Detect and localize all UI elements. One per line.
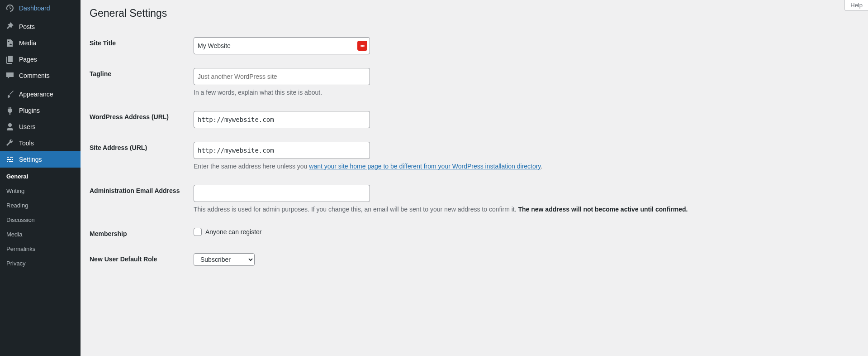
brush-icon	[5, 90, 14, 99]
admin-email-input[interactable]	[194, 185, 370, 202]
pin-icon	[5, 22, 14, 31]
sidebar-label: Plugins	[19, 106, 40, 115]
wp-url-input[interactable]	[194, 111, 370, 128]
wp-url-label: WordPress Address (URL)	[90, 104, 189, 135]
wrench-icon	[5, 139, 14, 148]
sidebar-item-plugins[interactable]: Plugins	[0, 102, 81, 119]
tagline-label: Tagline	[90, 61, 189, 104]
submenu-permalinks[interactable]: Permalinks	[0, 242, 81, 256]
settings-form: Site Title ••• Tagline In a few words, e…	[90, 30, 859, 273]
tagline-help: In a few words, explain what this site i…	[194, 88, 854, 97]
sidebar-item-appearance[interactable]: Appearance	[0, 86, 81, 102]
admin-sidebar: Dashboard Posts Media Pages Comments App…	[0, 0, 81, 273]
sidebar-item-settings[interactable]: Settings	[0, 151, 81, 168]
page-title: General Settings	[90, 0, 859, 21]
sidebar-label: Tools	[19, 139, 34, 148]
sidebar-item-users[interactable]: Users	[0, 119, 81, 135]
site-title-label: Site Title	[90, 30, 189, 61]
sidebar-item-tools[interactable]: Tools	[0, 135, 81, 151]
default-role-select[interactable]: Subscriber	[194, 253, 255, 266]
site-url-input[interactable]	[194, 142, 370, 159]
sidebar-item-dashboard[interactable]: Dashboard	[0, 0, 81, 16]
submenu-reading[interactable]: Reading	[0, 198, 81, 213]
comment-icon	[5, 71, 14, 80]
sidebar-item-media[interactable]: Media	[0, 35, 81, 51]
membership-label: Membership	[90, 221, 189, 246]
site-title-input[interactable]	[194, 37, 370, 54]
membership-checkbox-label[interactable]: Anyone can register	[205, 228, 262, 236]
settings-submenu: General Writing Reading Discussion Media…	[0, 168, 81, 273]
plugin-icon	[5, 106, 14, 115]
submenu-discussion[interactable]: Discussion	[0, 213, 81, 227]
site-url-help-link[interactable]: want your site home page to be different…	[309, 163, 541, 170]
tagline-input[interactable]	[194, 68, 370, 85]
default-role-label: New User Default Role	[90, 246, 189, 273]
sidebar-label: Appearance	[19, 90, 53, 99]
admin-email-label: Administration Email Address	[90, 178, 189, 221]
sidebar-label: Comments	[19, 71, 50, 80]
dashboard-icon	[5, 4, 14, 13]
submenu-media[interactable]: Media	[0, 227, 81, 242]
sidebar-label: Pages	[19, 55, 37, 64]
media-icon	[5, 38, 14, 48]
password-manager-icon[interactable]: •••	[357, 41, 367, 51]
site-url-label: Site Address (URL)	[90, 135, 189, 178]
sidebar-item-comments[interactable]: Comments	[0, 67, 81, 84]
sidebar-item-posts[interactable]: Posts	[0, 19, 81, 35]
submenu-privacy[interactable]: Privacy	[0, 256, 81, 271]
sidebar-label: Dashboard	[19, 4, 50, 13]
pages-icon	[5, 55, 14, 64]
sidebar-label: Settings	[19, 155, 42, 164]
membership-checkbox[interactable]	[194, 228, 202, 236]
help-tab[interactable]: Help	[844, 0, 868, 11]
sidebar-item-pages[interactable]: Pages	[0, 51, 81, 67]
sidebar-label: Users	[19, 122, 36, 131]
sidebar-label: Media	[19, 38, 36, 48]
submenu-writing[interactable]: Writing	[0, 184, 81, 198]
admin-email-help: This address is used for admin purposes.…	[194, 205, 854, 214]
sidebar-label: Posts	[19, 22, 35, 31]
sliders-icon	[5, 155, 14, 164]
submenu-general[interactable]: General	[0, 169, 81, 184]
content-area: General Settings Site Title ••• Tagline …	[81, 0, 868, 273]
user-icon	[5, 122, 14, 131]
site-url-help: Enter the same address here unless you w…	[194, 162, 854, 171]
